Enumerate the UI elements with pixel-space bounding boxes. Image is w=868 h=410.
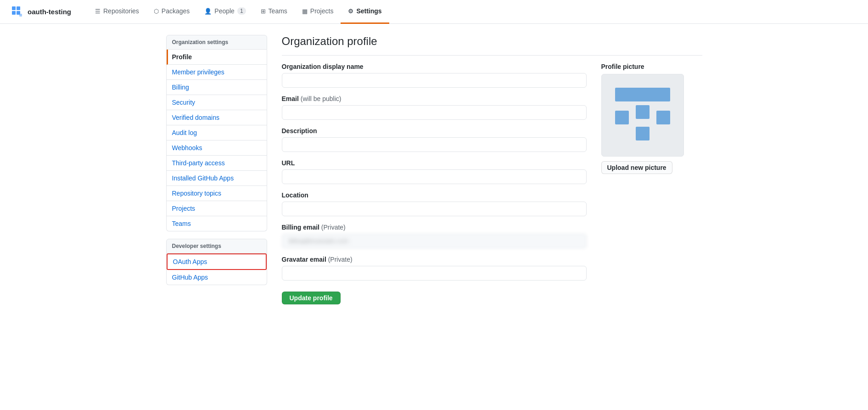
nav-tab-repositories[interactable]: ☰ Repositories: [88, 0, 146, 24]
settings-icon: ⚙: [348, 8, 353, 15]
people-badge: 1: [237, 7, 246, 15]
sidebar-item-billing[interactable]: Billing: [167, 80, 267, 95]
upload-picture-button[interactable]: Upload new picture: [601, 161, 672, 174]
org-icon: [11, 6, 24, 18]
profile-picture-box: [601, 74, 684, 157]
url-group: URL: [282, 159, 587, 184]
sidebar-item-projects[interactable]: Projects: [167, 201, 267, 216]
form-right: Profile picture: [601, 63, 702, 304]
svg-rect-8: [636, 105, 650, 119]
form-layout: Organization display name Email (will be…: [282, 63, 702, 304]
svg-rect-7: [615, 111, 629, 124]
teams-icon: ⊞: [261, 8, 266, 15]
url-label: URL: [282, 159, 587, 167]
description-label: Description: [282, 127, 587, 135]
billing-email-input[interactable]: [282, 234, 587, 248]
sidebar-item-teams[interactable]: Teams: [167, 216, 267, 231]
org-settings-section-label: Organization settings: [166, 35, 267, 50]
nav-tab-projects[interactable]: ▦ Projects: [295, 0, 341, 24]
location-label: Location: [282, 191, 587, 199]
svg-rect-2: [12, 11, 16, 15]
location-group: Location: [282, 191, 587, 216]
sidebar-item-webhooks[interactable]: Webhooks: [167, 140, 267, 156]
page-layout: Organization settings Profile Member pri…: [159, 24, 710, 315]
sidebar-item-profile[interactable]: Profile: [167, 50, 267, 65]
location-input[interactable]: [282, 202, 587, 216]
email-group: Email (will be public): [282, 95, 587, 120]
svg-rect-1: [17, 6, 20, 10]
sidebar-item-verified-domains[interactable]: Verified domains: [167, 110, 267, 125]
org-name-text: oauth-testing: [28, 8, 71, 16]
gravatar-email-label: Gravatar email (Private): [282, 256, 587, 263]
svg-rect-10: [636, 127, 650, 140]
org-name: oauth-testing: [11, 6, 71, 18]
email-input[interactable]: [282, 105, 587, 120]
nav-tab-teams[interactable]: ⊞ Teams: [253, 0, 295, 24]
display-name-label: Organization display name: [282, 63, 587, 70]
sidebar-item-audit-log[interactable]: Audit log: [167, 125, 267, 140]
repositories-icon: ☰: [95, 8, 101, 15]
projects-icon: ▦: [302, 8, 308, 15]
profile-picture-label: Profile picture: [601, 63, 702, 70]
sidebar: Organization settings Profile Member pri…: [166, 35, 267, 304]
nav-tab-packages[interactable]: ⬡ Packages: [146, 0, 197, 24]
sidebar-item-member-privileges[interactable]: Member privileges: [167, 65, 267, 80]
developer-settings-list: OAuth Apps GitHub Apps: [166, 253, 267, 285]
svg-rect-6: [615, 88, 670, 101]
main-content: Organization profile Organization displa…: [282, 35, 702, 304]
svg-rect-4: [19, 14, 22, 17]
display-name-input[interactable]: [282, 73, 587, 88]
sidebar-item-oauth-apps[interactable]: OAuth Apps: [167, 253, 267, 270]
svg-rect-0: [12, 6, 16, 10]
header: oauth-testing ☰ Repositories ⬡ Packages …: [0, 0, 868, 24]
profile-picture-svg: [606, 79, 679, 152]
sidebar-item-installed-github-apps[interactable]: Installed GitHub Apps: [167, 171, 267, 186]
update-profile-button[interactable]: Update profile: [282, 292, 341, 304]
packages-icon: ⬡: [154, 8, 159, 15]
nav-tab-settings[interactable]: ⚙ Settings: [341, 0, 389, 24]
billing-email-label: Billing email (Private): [282, 224, 587, 231]
sidebar-item-repository-topics[interactable]: Repository topics: [167, 186, 267, 201]
display-name-group: Organization display name: [282, 63, 587, 88]
svg-rect-9: [656, 111, 670, 124]
people-icon: 👤: [204, 8, 212, 15]
nav-tab-people[interactable]: 👤 People 1: [197, 0, 253, 24]
main-nav: ☰ Repositories ⬡ Packages 👤 People 1 ⊞ T…: [88, 0, 389, 23]
developer-settings-section-label: Developer settings: [166, 239, 267, 253]
gravatar-email-input[interactable]: [282, 266, 587, 281]
sidebar-item-third-party-access[interactable]: Third-party access: [167, 156, 267, 171]
gravatar-email-group: Gravatar email (Private): [282, 256, 587, 281]
form-left: Organization display name Email (will be…: [282, 63, 587, 304]
description-group: Description: [282, 127, 587, 152]
page-title: Organization profile: [282, 35, 702, 56]
sidebar-item-github-apps[interactable]: GitHub Apps: [167, 270, 267, 285]
email-label: Email (will be public): [282, 95, 587, 102]
org-settings-list: Profile Member privileges Billing Securi…: [166, 50, 267, 231]
url-input[interactable]: [282, 169, 587, 184]
billing-email-group: Billing email (Private): [282, 224, 587, 248]
description-input[interactable]: [282, 137, 587, 152]
sidebar-item-security[interactable]: Security: [167, 95, 267, 110]
